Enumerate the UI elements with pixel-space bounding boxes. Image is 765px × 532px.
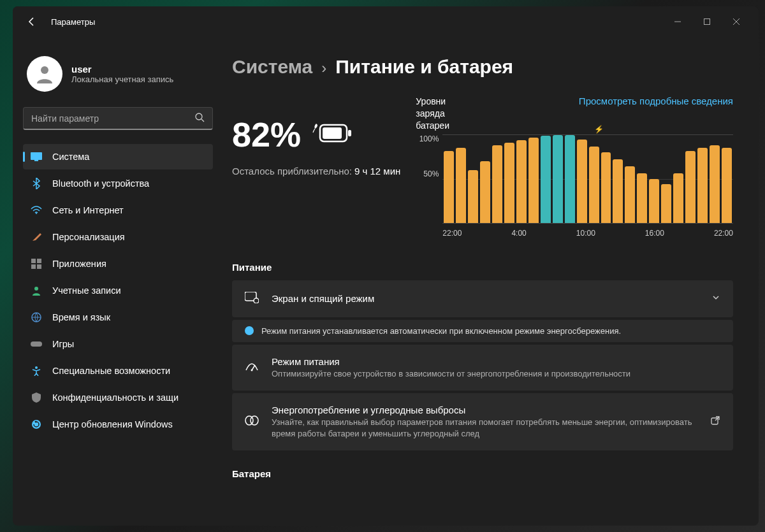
main-content: Система › Питание и батарея 82% <box>223 37 759 526</box>
nav-item-time-language[interactable]: Время и язык <box>23 305 213 330</box>
user-subtitle: Локальная учетная запись <box>71 75 173 84</box>
search-box[interactable] <box>23 107 213 130</box>
titlebar: Параметры <box>13 6 759 37</box>
svg-point-20 <box>251 369 253 371</box>
setting-label: Экран и спящий режим <box>272 293 699 304</box>
minimize-icon <box>674 18 681 25</box>
svg-rect-3 <box>31 152 42 160</box>
setting-label: Энергопотребление и углеродные выбросы <box>272 405 697 415</box>
svg-point-13 <box>35 366 38 369</box>
x-tick: 16:00 <box>645 229 664 238</box>
nav-item-accessibility[interactable]: Специальные возможности <box>23 358 213 384</box>
wifi-icon <box>31 205 42 216</box>
breadcrumb: Система › Питание и батарея <box>232 56 733 78</box>
chart-bar <box>504 143 514 223</box>
setting-power-mode[interactable]: Режим питания Оптимизируйте свое устройс… <box>232 345 733 391</box>
chart-bar <box>577 140 587 223</box>
nav-label: Персонализация <box>52 232 125 242</box>
chart-bar <box>601 152 611 222</box>
chart-bar <box>697 148 708 222</box>
chart-bar <box>480 161 490 223</box>
shield-icon <box>31 392 42 403</box>
chart-bar <box>649 179 659 223</box>
nav-item-bluetooth[interactable]: Bluetooth и устройства <box>23 171 213 196</box>
chart-bar <box>468 170 478 223</box>
x-axis-labels: 22:004:0010:0016:0022:00 <box>416 229 733 238</box>
screen-sleep-icon <box>245 292 259 306</box>
nav-list: Система Bluetooth и устройства Сеть и Ин… <box>23 144 213 437</box>
nav-label: Приложения <box>52 259 106 269</box>
setting-energy-carbon[interactable]: Энергопотребление и углеродные выбросы У… <box>232 393 733 450</box>
remaining-label: Осталось приблизительно: <box>232 166 352 176</box>
chart-bar <box>710 145 720 222</box>
setting-label: Режим питания <box>272 356 720 367</box>
chart-bar <box>673 173 683 222</box>
nav-item-personalization[interactable]: Персонализация <box>23 224 213 250</box>
chart-bar <box>613 159 623 222</box>
nav-item-apps[interactable]: Приложения <box>23 251 213 277</box>
avatar <box>27 56 62 92</box>
nav-item-gaming[interactable]: Игры <box>23 331 213 357</box>
info-text: Режим питания устанавливается автоматиче… <box>261 326 621 336</box>
y-axis-50: 50% <box>423 169 439 178</box>
chart-bar <box>553 135 563 223</box>
svg-rect-0 <box>704 19 710 25</box>
svg-rect-16 <box>348 130 351 136</box>
user-block[interactable]: user Локальная учетная запись <box>23 50 213 107</box>
nav-label: Учетные записи <box>52 285 121 296</box>
svg-point-5 <box>36 213 37 214</box>
setting-screen-sleep[interactable]: Экран и спящий режим <box>232 280 733 317</box>
maximize-button[interactable] <box>692 11 722 32</box>
chart-bar <box>444 151 454 223</box>
external-link-icon <box>710 415 720 428</box>
svg-point-2 <box>196 113 202 120</box>
update-icon <box>31 419 42 430</box>
chart-details-link[interactable]: Просмотреть подробные сведения <box>579 96 733 106</box>
close-icon <box>732 18 740 25</box>
display-icon <box>31 151 42 162</box>
svg-point-19 <box>254 298 259 303</box>
chart-bar <box>565 135 575 223</box>
nav-label: Сеть и Интернет <box>52 205 124 215</box>
x-tick: 10:00 <box>576 229 595 238</box>
nav-item-privacy[interactable]: Конфиденциальность и защи <box>23 385 213 410</box>
nav-label: Игры <box>52 339 74 349</box>
nav-item-accounts[interactable]: Учетные записи <box>23 278 213 303</box>
svg-point-22 <box>251 416 258 425</box>
back-button[interactable] <box>20 10 43 33</box>
search-icon <box>194 112 205 125</box>
chart-bar <box>516 140 527 223</box>
svg-rect-17 <box>323 127 342 139</box>
nav-item-update[interactable]: Центр обновления Windows <box>23 412 213 437</box>
chart-bar <box>722 148 732 222</box>
x-tick: 4:00 <box>511 229 526 238</box>
globe-icon <box>31 312 42 323</box>
svg-rect-6 <box>31 259 36 263</box>
brush-icon <box>31 231 42 243</box>
person-icon <box>33 62 56 85</box>
chart-bar <box>456 148 466 222</box>
svg-rect-4 <box>34 160 38 161</box>
battery-chart[interactable]: 100% 50% ⚡ <box>416 134 733 224</box>
sidebar: user Локальная учетная запись Система Bl… <box>13 37 223 526</box>
minimize-button[interactable] <box>663 11 692 32</box>
info-icon <box>245 326 254 335</box>
nav-label: Специальные возможности <box>52 366 170 376</box>
arrow-left-icon <box>27 17 37 27</box>
chart-bar <box>528 138 539 223</box>
breadcrumb-parent[interactable]: Система <box>232 56 312 78</box>
chevron-down-icon <box>711 293 720 305</box>
svg-rect-7 <box>37 259 41 263</box>
close-button[interactable] <box>722 11 751 32</box>
nav-label: Конфиденциальность и защи <box>52 392 178 403</box>
bluetooth-icon <box>31 178 42 189</box>
search-input[interactable] <box>31 113 194 124</box>
svg-rect-8 <box>31 264 36 269</box>
x-tick: 22:00 <box>442 229 462 238</box>
chevron-right-icon: › <box>321 59 326 77</box>
y-axis-100: 100% <box>419 134 439 143</box>
nav-item-system[interactable]: Система <box>23 144 213 169</box>
setting-sub: Узнайте, как правильный выбор параметров… <box>272 417 697 439</box>
chart-bar <box>661 184 671 223</box>
nav-item-network[interactable]: Сеть и Интернет <box>23 198 213 223</box>
